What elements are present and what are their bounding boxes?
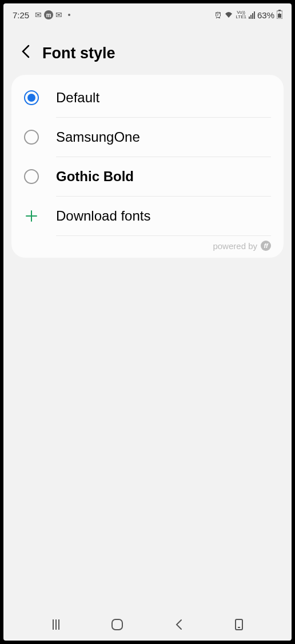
nav-back-button[interactable] [175, 618, 183, 631]
radio-unselected[interactable] [24, 169, 39, 184]
powered-by-footer: powered by ff [11, 236, 284, 253]
status-time: 7:25 [13, 10, 29, 20]
alarm-icon: ⏰︎ [214, 11, 222, 19]
home-button[interactable] [111, 619, 123, 630]
option-label: SamsungOne [56, 129, 140, 145]
more-notifications-dot [68, 14, 70, 16]
radio-selected[interactable] [24, 90, 39, 105]
status-right: ⏰︎ Vo)) LTE1 63% [214, 10, 282, 21]
mail-icon: ✉ [55, 10, 62, 19]
status-left: 7:25 ✉︎ m ✉ [13, 10, 70, 20]
flipfont-icon: ff [261, 241, 271, 251]
recents-button[interactable] [53, 619, 59, 630]
font-option-gothic-bold[interactable]: Gothic Bold [11, 157, 284, 196]
back-button[interactable] [21, 43, 31, 63]
font-options-card: Default SamsungOne Gothic Bold Download … [11, 75, 284, 258]
voicemail-icon: ✉︎ [35, 10, 42, 19]
signal-icon [249, 11, 255, 19]
powered-by-text: powered by [213, 241, 257, 251]
plus-icon [24, 209, 39, 223]
radio-unselected[interactable] [24, 130, 39, 145]
status-bar: 7:25 ✉︎ m ✉ ⏰︎ Vo)) LTE1 63% [3, 3, 292, 26]
navigation-bar [3, 609, 292, 641]
volte-indicator: Vo)) LTE1 [236, 10, 246, 19]
option-label: Gothic Bold [56, 169, 134, 185]
font-option-default[interactable]: Default [11, 78, 284, 117]
font-option-samsungone[interactable]: SamsungOne [11, 118, 284, 157]
battery-percent: 63% [257, 10, 274, 20]
option-label: Default [56, 90, 99, 106]
download-fonts-row[interactable]: Download fonts [11, 197, 284, 235]
page-header: Font style [3, 26, 292, 75]
nav-extra-button[interactable] [235, 619, 243, 630]
download-label: Download fonts [56, 208, 150, 224]
page-title: Font style [42, 45, 115, 62]
battery-icon [277, 10, 282, 21]
wifi-icon [224, 11, 233, 19]
m-icon: m [44, 10, 53, 19]
